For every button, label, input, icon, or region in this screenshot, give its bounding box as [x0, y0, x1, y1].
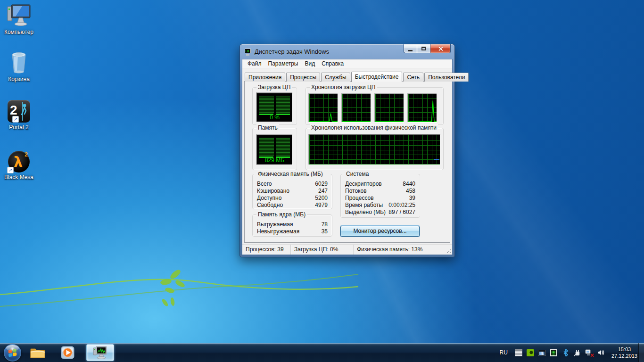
system-group-label: Система — [345, 171, 370, 177]
menu-view[interactable]: Вид — [301, 59, 318, 68]
menu-help[interactable]: Справка — [318, 59, 347, 68]
cpu-history-graph-core4 — [408, 94, 437, 123]
cpu-usage-group: Загрузка ЦП 0 % — [252, 87, 297, 125]
memory-group-label: Память — [256, 124, 279, 131]
performance-tab-page: Загрузка ЦП 0 % Хронология загрузки ЦП — [244, 81, 450, 243]
physical-memory-group: Физическая память (МБ) Всего6029 Кэширов… — [252, 174, 332, 209]
cpu-usage-gauge: 0 % — [256, 93, 293, 122]
portal2-icon: 2 ↗ — [8, 100, 30, 123]
maximize-icon — [421, 47, 426, 50]
language-indicator[interactable]: RU — [500, 349, 508, 356]
memory-history-graph — [309, 134, 440, 165]
window-title: Диспетчер задач Windows — [255, 48, 329, 55]
cpu-usage-group-label: Загрузка ЦП — [256, 84, 292, 90]
safely-remove-hardware-icon[interactable] — [573, 348, 582, 357]
task-manager-app-icon — [244, 48, 252, 56]
start-button[interactable] — [4, 344, 21, 362]
stat-row: Свободно4979 — [257, 202, 328, 209]
desktop-icon-blackmesa[interactable]: λ 2 ↗ Black Mesa — [1, 148, 37, 181]
cpu-usage-value: 0 % — [257, 114, 292, 121]
tray-clock[interactable]: 15:03 27.12.2013 — [611, 346, 637, 359]
bluetooth-icon[interactable] — [561, 348, 570, 357]
cpu-history-group-label: Хронология загрузки ЦП — [310, 84, 377, 90]
stat-row: Процессов39 — [345, 195, 415, 202]
tab-strip: Приложения Процессы Службы Быстродействи… — [245, 72, 470, 82]
window-titlebar[interactable]: Диспетчер задач Windows — [240, 44, 454, 59]
close-button[interactable] — [430, 44, 451, 53]
task-manager-icon — [92, 346, 108, 360]
shortcut-arrow-icon: ↗ — [7, 167, 14, 173]
menu-bar: Файл Параметры Вид Справка — [242, 59, 452, 68]
cpu-history-graph-core1 — [309, 94, 338, 123]
memory-history-group-label: Хронология использования физической памя… — [310, 124, 438, 131]
computer-icon — [6, 4, 32, 27]
system-tray: RU ✕ — [500, 343, 637, 362]
display-activity-icon[interactable] — [538, 348, 546, 357]
show-desktop-button[interactable] — [638, 343, 644, 362]
portal2-figure — [20, 104, 29, 116]
status-processes: Процессов: 39 — [242, 245, 291, 255]
taskbar-media-player-button[interactable] — [58, 345, 78, 361]
blackmesa-icon: λ 2 ↗ — [8, 151, 30, 173]
cpu-history-graph-core2 — [342, 94, 371, 123]
tab-processes[interactable]: Процессы — [286, 73, 320, 82]
desktop-icon-computer[interactable]: Компьютер — [1, 3, 37, 35]
stat-row: Время работы0:00:02:25 — [345, 202, 415, 209]
task-manager-window: Диспетчер задач Windows Файл Параметры В… — [239, 44, 455, 257]
tab-applications[interactable]: Приложения — [245, 73, 285, 82]
tab-users[interactable]: Пользователи — [424, 73, 469, 82]
close-icon — [438, 46, 443, 51]
maximize-button[interactable] — [417, 44, 430, 53]
stat-row: Невыгружаемая35 — [257, 228, 328, 235]
minimize-icon — [408, 50, 413, 51]
stat-row: Выделено (МБ)897 / 6027 — [345, 209, 415, 216]
kernel-memory-group-label: Память ядра (МБ) — [256, 211, 307, 218]
led-grid-icon[interactable] — [550, 348, 558, 357]
memory-usage-line — [434, 159, 439, 160]
taskbar: RU ✕ — [0, 343, 644, 362]
desktop-icon-label: Portal 2 — [1, 124, 37, 131]
tab-services[interactable]: Службы — [321, 73, 350, 82]
status-memory: Физическая память: 13% — [354, 245, 452, 255]
memory-gauge: 829 МБ — [256, 135, 293, 165]
nvidia-settings-icon[interactable] — [526, 348, 535, 357]
desktop-icon-portal2[interactable]: 2 ↗ Portal 2 — [1, 98, 37, 131]
keyboard-layout-icon[interactable] — [514, 348, 523, 357]
physical-memory-group-label: Физическая память (МБ) — [256, 171, 324, 177]
recycle-bin-icon — [8, 50, 30, 74]
tab-network[interactable]: Сеть — [403, 73, 423, 82]
wallpaper-vine-decoration — [0, 245, 358, 344]
desktop-icon-label: Компьютер — [1, 29, 37, 35]
resource-monitor-button[interactable]: Монитор ресурсов... — [340, 226, 420, 237]
tab-performance[interactable]: Быстродействие — [351, 72, 403, 82]
volume-icon[interactable] — [597, 348, 605, 357]
status-bar: Процессов: 39 Загрузка ЦП: 0% Физическая… — [242, 244, 452, 255]
stat-row: Доступно5200 — [257, 195, 328, 202]
taskbar-explorer-button[interactable] — [27, 345, 48, 361]
network-disconnected-icon[interactable]: ✕ — [585, 348, 594, 357]
kernel-memory-group: Память ядра (МБ) Выгружаемая78 Невыгружа… — [252, 214, 332, 237]
tray-date: 27.12.2013 — [611, 353, 637, 359]
stat-row: Потоков458 — [345, 188, 415, 195]
tray-time: 15:03 — [611, 346, 637, 353]
memory-history-group: Хронология использования физической памя… — [305, 128, 444, 170]
desktop-icon-label: Black Mesa — [1, 174, 37, 181]
desktop-icon-recycle-bin[interactable]: Корзина — [1, 50, 37, 82]
desktop-icon-label: Корзина — [1, 76, 37, 82]
memory-gauge-group: Память 829 МБ — [252, 128, 297, 170]
system-group: Система Дескрипторов8440 Потоков458 Проц… — [340, 174, 420, 218]
resize-grip[interactable] — [446, 249, 451, 254]
menu-options[interactable]: Параметры — [265, 59, 302, 68]
taskbar-task-manager-button[interactable] — [86, 344, 114, 361]
minimize-button[interactable] — [404, 44, 417, 53]
status-cpu: Загрузка ЦП: 0% — [291, 245, 354, 255]
memory-value: 829 МБ — [257, 157, 292, 164]
media-player-icon — [60, 345, 75, 360]
window-body: Файл Параметры Вид Справка Приложения Пр… — [242, 59, 453, 255]
shortcut-arrow-icon: ↗ — [12, 116, 19, 123]
stat-row: Кэшировано247 — [257, 188, 328, 195]
stat-row: Дескрипторов8440 — [345, 181, 415, 188]
stat-row: Всего6029 — [257, 181, 328, 188]
cpu-history-graph-core3 — [375, 94, 404, 123]
menu-file[interactable]: Файл — [244, 59, 265, 68]
